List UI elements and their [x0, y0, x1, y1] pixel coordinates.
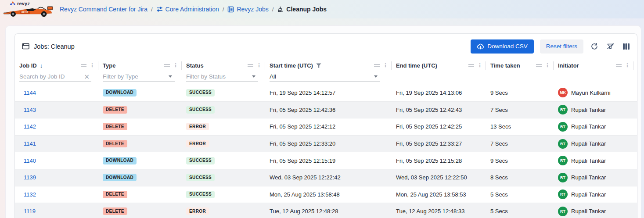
time-taken-cell: 7 Secs: [486, 107, 554, 113]
breadcrumb-separator: /: [223, 6, 224, 13]
column-header-time-taken[interactable]: Time taken ⋮: [486, 59, 554, 71]
table-row: 1144DOWNLOADSUCCESSFri, 19 Sep 2025 14:1…: [15, 84, 637, 101]
column-label-job-id[interactable]: Job ID: [19, 62, 37, 69]
column-label-start-time[interactable]: Start time (UTC): [270, 62, 313, 69]
job-id-cell: 1132: [15, 191, 98, 198]
start-time-filter-value: All: [270, 73, 276, 80]
status-cell: SUCCESS: [182, 157, 265, 164]
column-label-initiator[interactable]: Initiator: [558, 62, 579, 69]
column-menu-icon[interactable]: ⋮: [90, 63, 95, 68]
job-id-link[interactable]: 1132: [24, 191, 36, 198]
start-time-cell: Tue, 12 Aug 2025 12:48:28: [265, 208, 392, 214]
initiator-cell: RTRupali Tankar: [554, 156, 637, 165]
end-time-cell: Fri, 05 Sep 2025 12:33:27: [392, 140, 486, 147]
start-time-cell: Fri, 05 Sep 2025 12:15:19: [265, 157, 392, 164]
job-id-link[interactable]: 1119: [24, 208, 36, 214]
breadcrumb-link-command-center[interactable]: Revyz Command Center for Jira: [60, 6, 148, 13]
download-csv-button[interactable]: Download CSV: [471, 39, 534, 54]
column-menu-icon[interactable]: ⋮: [625, 63, 630, 68]
start-time-cell: Mon, 25 Aug 2025 13:58:48: [265, 191, 392, 198]
download-csv-label: Download CSV: [487, 43, 528, 50]
column-label-status[interactable]: Status: [186, 62, 204, 69]
initiator-name: Rupali Tankar: [571, 107, 606, 113]
breadcrumb-link-core-administration[interactable]: Core Administration: [165, 6, 219, 13]
column-label-end-time[interactable]: End time (UTC): [396, 62, 437, 69]
column-resize-handle[interactable]: [248, 64, 253, 67]
column-resize-handle[interactable]: [164, 64, 170, 67]
column-resize-handle[interactable]: [616, 64, 622, 67]
job-id-cell: 1143: [15, 107, 98, 113]
start-time-filter-select[interactable]: All: [270, 71, 380, 82]
job-id-link[interactable]: 1144: [24, 89, 36, 96]
column-resize-handle[interactable]: [536, 64, 542, 67]
breadcrumb-item-command-center[interactable]: Revyz Command Center for Jira: [60, 6, 148, 13]
type-filter-select[interactable]: Filter by Type: [103, 71, 175, 82]
job-id-link[interactable]: 1141: [24, 140, 36, 147]
reset-filters-label: Reset filters: [546, 43, 577, 50]
start-time-cell: Fri, 05 Sep 2025 12:33:20: [265, 140, 392, 147]
column-resize-handle[interactable]: [81, 64, 86, 67]
job-id-search-input[interactable]: Search by Job ID ×: [19, 71, 91, 82]
time-taken-cell: 5 Secs: [486, 208, 554, 214]
clear-search-icon[interactable]: ×: [84, 73, 91, 81]
column-divider: [633, 61, 633, 70]
start-time-cell: Fri, 19 Sep 2025 14:12:57: [265, 89, 392, 96]
type-badge: DELETE: [103, 140, 127, 147]
avatar: MK: [558, 88, 568, 97]
race-car-illustration: REVYZ: [4, 6, 55, 17]
status-filter-placeholder: Filter by Status: [186, 73, 226, 80]
column-resize-handle[interactable]: [468, 64, 474, 67]
refresh-button[interactable]: [590, 42, 599, 51]
avatar: RT: [558, 105, 568, 114]
column-menu-icon[interactable]: ⋮: [477, 63, 482, 68]
avatar: RT: [558, 122, 568, 132]
column-header-job-id[interactable]: Job ID ↓ ⋮: [15, 59, 98, 71]
column-menu-icon[interactable]: ⋮: [545, 63, 550, 68]
window-icon: [22, 43, 29, 50]
breadcrumb-link-revyz-jobs[interactable]: Revyz Jobs: [237, 6, 268, 13]
broom-icon: [277, 6, 284, 13]
status-badge: ERROR: [186, 123, 209, 130]
table-body: 1144DOWNLOADSUCCESSFri, 19 Sep 2025 14:1…: [15, 84, 637, 218]
initiator-cell: RTRupali Tankar: [554, 105, 637, 114]
time-taken-cell: 13 Secs: [486, 123, 554, 130]
column-header-type[interactable]: Type ⋮: [98, 59, 182, 71]
status-cell: SUCCESS: [182, 106, 265, 114]
breadcrumb-item-revyz-jobs[interactable]: Revyz Jobs: [227, 6, 268, 13]
job-id-search-placeholder: Search by Job ID: [19, 73, 65, 80]
column-label-time-taken[interactable]: Time taken: [490, 62, 520, 69]
type-cell: DELETE: [98, 140, 182, 147]
chevron-down-icon: [374, 75, 378, 78]
breadcrumb-separator: /: [272, 6, 274, 13]
status-cell: ERROR: [182, 207, 265, 215]
clear-filters-button[interactable]: [605, 42, 615, 51]
time-taken-cell: 9 Secs: [486, 89, 554, 96]
type-badge: DELETE: [103, 207, 127, 215]
job-id-link[interactable]: 1143: [24, 107, 36, 113]
type-badge: DELETE: [103, 123, 127, 130]
column-menu-icon[interactable]: ⋮: [173, 63, 178, 68]
column-label-type[interactable]: Type: [103, 62, 115, 69]
job-id-link[interactable]: 1139: [24, 174, 36, 181]
column-header-status[interactable]: Status ⋮: [182, 59, 265, 71]
column-header-initiator[interactable]: Initiator ⋮: [554, 59, 637, 71]
reset-filters-button[interactable]: Reset filters: [540, 39, 583, 54]
chevron-down-icon: [252, 75, 255, 78]
column-header-end-time[interactable]: End time (UTC) ⋮: [392, 59, 486, 71]
column-header-start-time[interactable]: Start time (UTC) ⋮: [265, 59, 392, 71]
sort-descending-icon[interactable]: ↓: [40, 62, 43, 69]
breadcrumb-item-core-administration[interactable]: Core Administration: [156, 6, 219, 13]
journal-icon: [227, 6, 234, 13]
manage-columns-button[interactable]: [622, 42, 631, 51]
table-title: Jobs: Cleanup: [22, 43, 75, 50]
job-id-link[interactable]: 1140: [24, 157, 36, 164]
table-row: 1119DELETEERRORTue, 12 Aug 2025 12:48:28…: [15, 203, 637, 218]
status-filter-select[interactable]: Filter by Status: [186, 71, 258, 82]
column-menu-icon[interactable]: ⋮: [256, 63, 262, 68]
avatar: RT: [558, 189, 568, 199]
type-cell: DOWNLOAD: [98, 157, 182, 164]
column-menu-icon[interactable]: ⋮: [383, 63, 388, 68]
job-id-link[interactable]: 1142: [24, 123, 36, 130]
column-resize-handle[interactable]: [374, 64, 380, 67]
status-cell: SUCCESS: [182, 191, 265, 198]
